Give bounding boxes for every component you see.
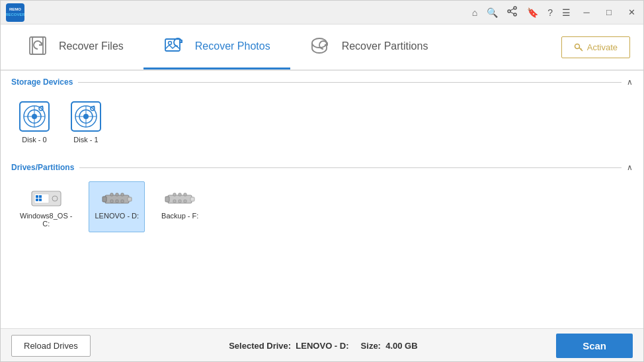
disk1-label: Disk - 1 [73,136,98,144]
drives-partitions-line [79,167,622,168]
svg-rect-44 [116,200,118,203]
svg-rect-40 [102,197,106,202]
scan-button-label: Scan [583,340,606,351]
disk-item-0[interactable]: Disk - 0 [14,96,55,147]
storage-devices-section: Storage Devices ∧ Disk - 0 [1,71,643,156]
drives-partitions-header: Drives/Partitions ∧ [11,163,633,172]
search-icon[interactable]: 🔍 [487,7,498,18]
app-logo: REMO RECOVER [6,3,24,22]
drives-partitions-list: Windows8_OS -C: LENOVO - D: [11,179,633,238]
status-info: Selected Drive: LENOVO - D: Size: 4.00 G… [104,341,543,351]
svg-rect-8 [30,37,43,54]
svg-rect-56 [190,197,194,201]
main-content: Storage Devices ∧ Disk - 0 [1,71,643,328]
backup-partition-label: Backup - F: [161,212,198,220]
svg-rect-42 [110,200,113,203]
tab-recover-partitions-label: Recover Partitions [342,40,428,52]
svg-rect-47 [128,197,132,201]
storage-devices-header: Storage Devices ∧ [11,77,633,87]
svg-rect-35 [39,195,42,198]
storage-devices-title: Storage Devices [11,77,78,87]
storage-devices-collapse[interactable]: ∧ [627,77,633,87]
svg-text:RECOVER: RECOVER [6,13,24,17]
svg-rect-34 [36,195,38,198]
disk1-icon [69,99,103,134]
svg-rect-37 [39,199,42,201]
disk-item-1[interactable]: Disk - 1 [65,96,106,147]
svg-rect-36 [36,199,38,201]
storage-devices-line [78,82,622,83]
bookmark-icon[interactable]: 🔖 [527,7,538,18]
svg-rect-51 [173,200,176,203]
activate-button[interactable]: Activate [561,36,630,58]
tab-recover-photos[interactable]: Recover Photos [143,24,290,69]
partition-item-backup[interactable]: Backup - F: [155,181,204,232]
svg-rect-41 [110,193,113,196]
backup-partition-icon [164,186,196,210]
windows-partition-label: Windows8_OS -C: [20,212,72,228]
storage-devices-list: Disk - 0 Disk - 1 [11,93,633,152]
svg-rect-52 [179,193,181,196]
maximize-button[interactable]: □ [602,6,616,19]
svg-line-7 [510,12,514,14]
tab-recover-files-label: Recover Files [59,40,124,52]
svg-text:REMO: REMO [9,7,21,11]
svg-point-23 [42,106,44,108]
svg-rect-45 [121,193,124,196]
lenovo-partition-icon [101,186,133,210]
svg-rect-55 [184,200,186,203]
help-icon[interactable]: ? [547,7,553,18]
home-icon[interactable]: ⌂ [472,7,477,18]
close-button[interactable]: ✕ [625,6,638,19]
titlebar-controls: ⌂ 🔍 🔖 ? ☰ ─ □ ✕ [472,6,638,19]
bottombar: Reload Drives Selected Drive: LENOVO - D… [1,328,643,362]
svg-rect-46 [121,200,124,203]
svg-rect-10 [165,39,180,51]
size-label: Size: [361,341,381,351]
svg-rect-43 [116,193,118,196]
partition-item-windows[interactable]: Windows8_OS -C: [14,181,78,232]
selected-drive-label: Selected Drive: [229,341,291,351]
svg-rect-50 [173,193,176,196]
svg-rect-53 [179,200,181,203]
reload-drives-button[interactable]: Reload Drives [11,335,91,357]
selected-drive-value: LENOVO - D: [296,341,348,351]
windows-partition-icon [30,186,62,210]
tab-recover-partitions[interactable]: Recover Partitions [290,24,448,69]
scan-button[interactable]: Scan [556,334,633,358]
partition-item-lenovo[interactable]: LENOVO - D: [89,181,145,232]
lenovo-partition-label: LENOVO - D: [95,212,139,220]
svg-rect-9 [32,37,46,54]
share-icon[interactable] [507,6,518,19]
key-icon [574,42,583,52]
drives-partitions-title: Drives/Partitions [11,163,79,172]
drives-partitions-collapse[interactable]: ∧ [627,163,633,172]
tab-recover-photos-label: Recover Photos [195,40,270,52]
menu-icon[interactable]: ☰ [562,7,571,18]
tab-recover-files[interactable]: Recover Files [7,24,143,69]
svg-point-13 [575,44,579,49]
svg-point-31 [93,106,95,108]
titlebar: REMO RECOVER ⌂ 🔍 🔖 ? ☰ ─ □ ✕ [1,1,643,24]
minimize-button[interactable]: ─ [580,6,593,19]
app-logo-icon: REMO RECOVER [6,3,24,22]
drives-partitions-section: Drives/Partitions ∧ Windows [1,156,643,242]
reload-drives-label: Reload Drives [24,341,78,351]
recover-partitions-icon [310,34,334,58]
disk0-label: Disk - 0 [22,136,46,144]
size-value: 4.00 GB [385,341,417,351]
recover-files-icon [27,34,51,58]
tabbar: Recover Files Recover Photos Recover Par… [1,24,643,71]
recover-photos-icon [163,34,187,58]
svg-rect-54 [184,193,186,196]
svg-point-11 [168,41,171,44]
disk0-icon [17,99,52,134]
svg-rect-49 [165,197,169,202]
activate-button-label: Activate [587,42,618,52]
svg-line-6 [510,9,514,11]
